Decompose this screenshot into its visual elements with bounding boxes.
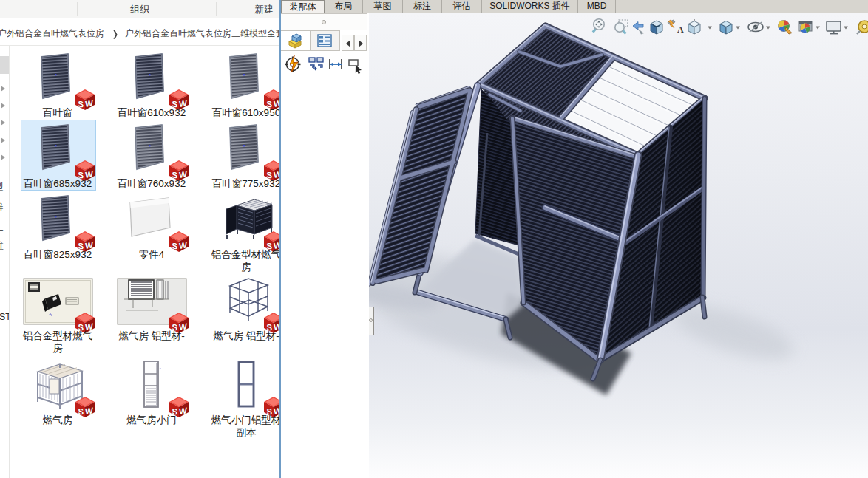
file-name: 燃气房小门 xyxy=(115,414,189,427)
exploded-view-icon[interactable] xyxy=(309,58,323,70)
edit-appearance-icon[interactable] xyxy=(778,20,792,34)
zoom-to-area-icon[interactable] xyxy=(615,20,628,34)
commandmanager-tab-3[interactable]: 草图 xyxy=(363,0,403,13)
tree-item-label-fragment[interactable]: 维 xyxy=(0,202,4,214)
measure-icon[interactable] xyxy=(330,59,342,69)
file-item[interactable]: 百叶窗825x932 xyxy=(11,194,104,262)
tree-item-label-fragment[interactable]: ST xyxy=(0,312,10,322)
view-orientation-icon[interactable] xyxy=(688,19,702,34)
model-3d-view[interactable] xyxy=(369,13,868,478)
file-item[interactable]: 燃气房 铝型材- xyxy=(200,275,281,343)
panel-collapse-handle[interactable] xyxy=(369,307,374,335)
tree-item-label-fragment[interactable]: 型 xyxy=(0,181,4,194)
solidworks-window: 装配体布局草图标注评估SOLIDWORKS 插件MBD xyxy=(279,0,868,478)
tab-propertymanager[interactable] xyxy=(311,30,340,51)
panel-grip[interactable] xyxy=(281,13,367,30)
tree-item-label-fragment[interactable]: 维 xyxy=(0,240,4,253)
breadcrumb-current[interactable]: 户外铝合金百叶燃气表位房三维模型全套 xyxy=(125,28,285,38)
commandmanager-tab-7[interactable]: MBD xyxy=(578,0,616,13)
dropdown-caret-icon[interactable] xyxy=(766,27,770,30)
file-item[interactable]: 铝合金型材燃气房 xyxy=(200,194,281,273)
tree-expand-icon[interactable] xyxy=(1,86,5,92)
apply-scene-icon[interactable] xyxy=(799,21,812,33)
tree-selected-item[interactable] xyxy=(0,56,9,74)
svg-text:A: A xyxy=(677,24,684,35)
tree-item-label-fragment[interactable]: 车 xyxy=(0,222,4,235)
zoom-to-fit-icon[interactable] xyxy=(593,19,604,33)
tab-featuremanager-tree[interactable] xyxy=(281,30,311,51)
breadcrumb: 户外铝合金百叶燃气表位房❯户外铝合金百叶燃气表位房三维模型全套 xyxy=(0,27,285,40)
hide-show-annotations-icon[interactable]: A xyxy=(668,20,684,35)
tab-scroll-right-button[interactable] xyxy=(354,35,367,51)
file-item[interactable]: 燃气房小门 xyxy=(105,359,198,427)
file-item[interactable]: 百叶窗 xyxy=(11,52,104,120)
organize-menu[interactable]: 组织 xyxy=(130,3,149,16)
file-item[interactable]: 百叶窗760x932 xyxy=(105,123,198,191)
dropdown-caret-icon[interactable] xyxy=(736,27,740,30)
graphics-viewport[interactable]: A xyxy=(369,13,868,478)
toolbar-separator xyxy=(77,2,78,16)
file-name: 百叶窗825x932 xyxy=(21,249,95,262)
file-item[interactable]: 燃气房 铝型材- xyxy=(105,275,198,343)
commandmanager-tab-6[interactable]: SOLIDWORKS 插件 xyxy=(482,0,578,13)
file-name: 燃气小门铝型材副本 xyxy=(209,414,281,439)
file-item[interactable]: 百叶窗685x932 xyxy=(11,123,104,191)
commandmanager-tab-5[interactable]: 评估 xyxy=(442,0,482,13)
address-bar[interactable]: 户外铝合金百叶燃气表位房❯户外铝合金百叶燃气表位房三维模型全套 xyxy=(0,19,281,46)
view-settings-icon[interactable] xyxy=(827,21,841,34)
breadcrumb-chevron-icon: ❯ xyxy=(112,29,118,39)
file-item[interactable]: 燃气房 xyxy=(11,359,104,427)
assembly-icon xyxy=(281,31,309,50)
featuremanager-toolbar xyxy=(281,51,367,78)
file-item[interactable]: 百叶窗610x950 xyxy=(200,52,281,120)
file-name: 百叶窗685x932 xyxy=(21,178,95,191)
file-name: 燃气房 xyxy=(21,414,95,427)
grip-dot-icon xyxy=(322,20,326,24)
hide-show-items-icon[interactable] xyxy=(748,22,763,32)
file-item[interactable]: 百叶窗775x932 xyxy=(200,123,281,191)
tree-expand-icon[interactable] xyxy=(1,120,5,126)
commandmanager-tab-4[interactable]: 标注 xyxy=(403,0,442,13)
dropdown-caret-icon[interactable] xyxy=(816,27,820,30)
measure-tool-icon[interactable] xyxy=(857,21,868,34)
explorer-command-bar: 组织 新建 xyxy=(0,0,281,18)
select-tool-icon[interactable] xyxy=(349,60,362,74)
previous-view-icon[interactable] xyxy=(633,22,644,35)
tree-expand-icon[interactable] xyxy=(1,154,5,160)
folder-tree-pane[interactable]: 型 维 车 维 ST xyxy=(0,46,10,478)
tab-scroll-left-button[interactable] xyxy=(342,35,354,51)
new-menu[interactable]: 新建 xyxy=(254,3,274,16)
commandmanager-tab-2[interactable]: 布局 xyxy=(325,0,363,13)
file-name: 零件4 xyxy=(115,249,189,262)
tree-expand-icon[interactable] xyxy=(1,137,5,143)
file-item[interactable]: 零件4 xyxy=(105,194,198,262)
file-item[interactable]: 铝合金型材燃气房 xyxy=(11,275,104,355)
dropdown-caret-icon[interactable] xyxy=(708,27,712,30)
file-explorer-window: 组织 新建 户外铝合金百叶燃气表位房❯户外铝合金百叶燃气表位房三维模型全套 型 … xyxy=(0,0,281,478)
file-name: 百叶窗610x932 xyxy=(115,107,189,120)
file-name: 燃气房 铝型材- xyxy=(209,330,281,343)
section-view-icon[interactable] xyxy=(651,21,662,34)
file-name: 百叶窗775x932 xyxy=(209,178,281,191)
featuremanager-panel xyxy=(281,13,367,478)
file-name: 铝合金型材燃气房 xyxy=(21,330,95,355)
file-name: 百叶窗760x932 xyxy=(115,178,189,191)
update-speedpak-icon[interactable] xyxy=(285,55,301,72)
grip-dot-icon xyxy=(369,318,373,322)
file-name: 燃气房 铝型材- xyxy=(115,330,189,343)
file-item[interactable]: 燃气小门铝型材副本 xyxy=(200,359,281,439)
tree-expand-icon[interactable] xyxy=(1,103,5,109)
display-style-icon[interactable] xyxy=(720,21,732,35)
file-name: 百叶窗610x950 xyxy=(209,107,281,120)
toolbar-separator xyxy=(216,2,217,16)
file-item[interactable]: 百叶窗610x932 xyxy=(105,52,198,120)
file-name: 铝合金型材燃气房 xyxy=(209,249,281,273)
property-list-icon xyxy=(311,31,339,50)
screen: 组织 新建 户外铝合金百叶燃气表位房❯户外铝合金百叶燃气表位房三维模型全套 型 … xyxy=(0,0,868,478)
featuremanager-tab-bar xyxy=(281,30,367,51)
commandmanager-tabs: 装配体布局草图标注评估SOLIDWORKS 插件MBD xyxy=(281,0,868,13)
breadcrumb-parent[interactable]: 户外铝合金百叶燃气表位房 xyxy=(0,28,104,38)
file-name: 百叶窗 xyxy=(21,107,95,120)
commandmanager-tab-1[interactable]: 装配体 xyxy=(281,0,325,13)
dropdown-caret-icon[interactable] xyxy=(844,27,848,30)
